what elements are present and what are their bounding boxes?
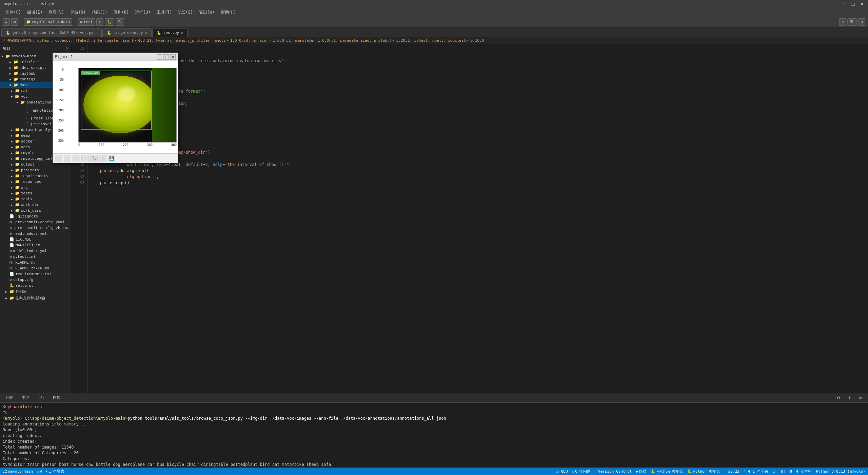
menu-item-nav[interactable]: 导航(N): [67, 8, 88, 16]
zoom-btn[interactable]: ⊕: [858, 18, 865, 26]
toolbar-icon-1[interactable]: ≡: [3, 18, 10, 26]
x-axis-labels: 0 100 200 300 400: [66, 142, 177, 147]
status-right: ☑ TODO ⚠ 0 个问题 ↕ Version Control ▶ 终端 🐍 …: [555, 469, 865, 474]
terminal-tab-problems[interactable]: 问题: [3, 394, 17, 401]
menu-item-run[interactable]: 运行(U): [132, 8, 153, 16]
sidebar-item-setup-py[interactable]: ▶ 🐍 setup.py: [0, 283, 71, 288]
sidebar-item-requirements-txt[interactable]: ▶ 📄 requirements.txt: [0, 271, 71, 277]
figure-zoom-btn[interactable]: 🔍: [90, 155, 98, 162]
sidebar-item-pytest[interactable]: ▶ ⚙ pytest.ini: [0, 254, 71, 260]
menu-item-refactor[interactable]: 重构(R): [111, 8, 132, 16]
figure-back-btn[interactable]: ←: [64, 155, 71, 162]
menu-item-view[interactable]: 查看(V): [46, 8, 67, 16]
sidebar-item-readthedocs[interactable]: ▶ ⚙ readthedocs.yml: [0, 231, 71, 236]
figure-maximize-btn[interactable]: □: [163, 54, 169, 60]
sidebar-item-requirements[interactable]: ▶ 📁 requirements: [0, 173, 71, 179]
sidebar-item-temp-files[interactable]: ▶ 📁 临时文件和控制台: [0, 295, 71, 301]
status-warnings[interactable]: ⚠ 4 ✕ 1 个警告: [37, 469, 64, 474]
status-version-control[interactable]: ↕ Version Control: [595, 469, 632, 474]
status-line-col[interactable]: 4:4 1 个字符: [744, 469, 768, 474]
figure-close-btn[interactable]: ✕: [170, 54, 176, 60]
debug-button[interactable]: 🐛: [105, 18, 114, 26]
close-tab-icon-3[interactable]: ✕: [181, 31, 183, 35]
terminal-add-btn[interactable]: +: [845, 394, 854, 402]
status-python-packages[interactable]: 🐍 Python 控制台: [651, 469, 683, 474]
close-btn[interactable]: ✕: [859, 1, 865, 6]
line-num: 52: [73, 174, 84, 180]
sidebar-item-src[interactable]: ▶ 📁 src: [0, 185, 71, 190]
figure-adjust-btn[interactable]: ⊞: [99, 155, 106, 162]
tab-test[interactable]: 🐍 test.py ✕: [152, 28, 188, 37]
status-indent[interactable]: 4 个空格: [796, 469, 812, 474]
terminal-tab-terminal[interactable]: 终端: [50, 394, 64, 401]
figure-save-btn[interactable]: 💾: [108, 155, 115, 162]
folder-icon: 📁: [14, 65, 18, 70]
tab-yolov6[interactable]: 🐍 yolov6_x_syncbn_fast_8xb8_40e_voc.py ✕: [1, 28, 102, 37]
status-encoding[interactable]: UTF-8: [781, 469, 792, 474]
terminal-tab-run[interactable]: 运行: [34, 394, 48, 401]
close-tab-icon[interactable]: ✕: [95, 31, 97, 35]
status-python-version[interactable]: Python 3.8.13 (mmyolo): [816, 469, 865, 474]
status-lf[interactable]: LF: [772, 469, 777, 474]
profile-button[interactable]: ⏱: [116, 18, 124, 26]
menu-item-tools[interactable]: 工具(T): [154, 8, 175, 16]
menu-item-vcs[interactable]: VCS(S): [176, 9, 196, 16]
terminal-expand-btn[interactable]: ⊞: [856, 394, 865, 402]
figure-titlebar: Figure 1 ─ □ ✕: [53, 53, 178, 61]
toolbar-icon-2[interactable]: ⊞: [11, 18, 18, 26]
menu-item-file[interactable]: 文件(F): [3, 8, 24, 16]
sidebar-item-tools[interactable]: ▶ 📁 tools: [0, 196, 71, 202]
json-icon: { }: [26, 106, 31, 115]
search-everywhere-btn[interactable]: 🔍: [847, 18, 857, 26]
terminal-tab-local[interactable]: 本地: [18, 394, 33, 401]
sidebar-item-setup-cfg[interactable]: ▶ ⚙ setup.cfg: [0, 277, 71, 283]
settings-button[interactable]: ⚙: [839, 18, 846, 26]
sidebar-item-work-dir[interactable]: ▶ 📁 work-dir: [0, 202, 71, 208]
status-problems-count[interactable]: ⚠ 0 个问题: [572, 469, 591, 474]
terminal-tabs: 问题 本地 运行 终端 ⚙ + ⊞: [0, 393, 868, 403]
term-line-categories-header: Categories:: [3, 456, 865, 462]
figure-zoom-reset-btn[interactable]: +: [81, 155, 89, 162]
figure-minimize-btn[interactable]: ─: [157, 54, 162, 60]
figure-home-btn[interactable]: ⌂: [55, 155, 62, 162]
menu-item-help[interactable]: 帮助(H): [218, 8, 239, 16]
run-config-btn[interactable]: ▶ test: [78, 18, 95, 26]
terminal-content[interactable]: KeyboardInterrupt ^C (mmyolo) C:\app\dai…: [0, 403, 868, 468]
sidebar-item-readme-zh[interactable]: ▶ M↓ README_zh-CN.md: [0, 265, 71, 271]
sidebar-item-pre-commit-zh[interactable]: ▶ ⚙ .pre-commit-config-zh-cn.yaml: [0, 225, 71, 231]
sidebar-item-license[interactable]: ▶ 📄 LICENSE: [0, 236, 71, 242]
menu-item-code[interactable]: 代码(C): [89, 8, 110, 16]
sidebar-item-gitignore[interactable]: ▶ 📄 .gitignore: [0, 213, 71, 219]
status-terminal[interactable]: ▶ 终端: [636, 469, 647, 474]
status-time[interactable]: 22:22: [728, 469, 739, 474]
sidebar-item-work-dirs[interactable]: ▶ 📁 work_dirs: [0, 208, 71, 213]
sidebar-item-model-index[interactable]: ▶ ⚙ model-index.yml: [0, 248, 71, 254]
menu-item-window[interactable]: 窗口(W): [196, 8, 217, 16]
py-file-icon-3: 🐍: [157, 31, 161, 35]
project-folder-btn[interactable]: 📁 mmyolo-main › data: [24, 18, 72, 26]
sidebar-item-readme[interactable]: ▶ M↓ README.md: [0, 260, 71, 265]
code-content[interactable]: '--work-dir', help='the directory to sav…: [87, 44, 868, 393]
menu-item-edit[interactable]: 编辑(E): [24, 8, 45, 16]
status-git[interactable]: ⎇ mmyolo-main: [3, 469, 33, 474]
maximize-btn[interactable]: □: [850, 1, 856, 6]
tab-image-demo[interactable]: 🐍 image_demo.py ✕: [102, 28, 151, 37]
minimize-btn[interactable]: ─: [841, 1, 848, 6]
expand-arrow: ▼: [11, 95, 15, 98]
terminal-settings-btn[interactable]: ⚙: [834, 394, 843, 402]
sidebar-item-pre-commit[interactable]: ▶ ⚙ .pre-commit-config.yaml: [0, 219, 71, 225]
run-icon: ▶: [80, 20, 83, 24]
toolbar-sep-1: [21, 19, 21, 25]
run-button[interactable]: ▶: [96, 18, 103, 26]
figure-forward-btn[interactable]: →: [73, 155, 80, 162]
sidebar-item-resources[interactable]: ▶ 📁 resources: [0, 179, 71, 185]
sidebar-item-manifest[interactable]: ▶ 📄 MANIFEST.in: [0, 242, 71, 248]
code-editor: 22 23 24 25 26 27 28 37 38 39 40 41 43 4…: [71, 44, 868, 393]
sidebar-item-projects[interactable]: ▶ 📁 projects: [0, 167, 71, 173]
status-python-console[interactable]: 🐍 Python 控制台: [687, 469, 720, 474]
folder-icon: 📁: [15, 168, 20, 172]
sidebar-item-tests[interactable]: ▶ 📁 tests: [0, 190, 71, 196]
sidebar-item-external-libs[interactable]: ▶ 📁 外部库: [0, 288, 71, 295]
status-todo[interactable]: ☑ TODO: [555, 469, 568, 474]
close-tab-icon-2[interactable]: ✕: [145, 31, 147, 35]
